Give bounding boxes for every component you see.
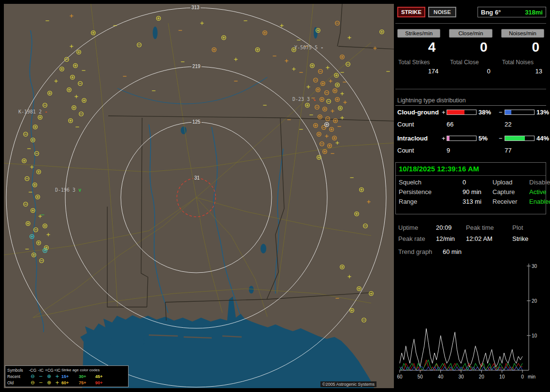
svg-text:30: 30 (532, 264, 537, 269)
svg-text:0: 0 (521, 374, 524, 379)
receiver-label: Receiver (492, 197, 529, 207)
svg-text:10: 10 (499, 374, 505, 379)
persistence-label: Persistence (399, 187, 463, 197)
legend-recent-row: Recent ⊖ − ⊕ + 15+ 30+ 45+ (7, 373, 126, 379)
plot-value: Strike (512, 233, 543, 244)
ic-positive-pct: 5% (478, 135, 488, 142)
storm-track-label: D-23 3 ↘ (292, 97, 316, 102)
minus-sign: − (499, 109, 503, 116)
close-rate-column: Close/min 0 Total Close 0 (449, 29, 492, 75)
capture-status: Active (529, 187, 550, 197)
ic-negative-count: 77 (505, 147, 511, 154)
legend-old-row: Old ⊖ − ⊕ + 60+ 75+ 90+ (7, 379, 126, 386)
storm-track-label: D-196 3 v (55, 187, 81, 193)
squelch-value: 0 (463, 178, 492, 187)
cg-negative-pct: 13% (536, 109, 549, 116)
bearing-label: Bng 6° (481, 9, 501, 16)
strikes-per-min-button[interactable]: Strikes/min (397, 29, 440, 38)
range-ring-label: 219 (191, 64, 202, 69)
capture-label: Capture (492, 187, 529, 197)
datetime-display: 10/18/2025 12:39:16 AM (396, 163, 546, 176)
count-label: Count (397, 147, 414, 154)
cg-negative-bar (505, 110, 535, 115)
plus-sign: + (442, 109, 446, 116)
noises-per-min-button[interactable]: Noises/min (501, 29, 544, 38)
session-stats: Uptime 20:09 Peak time Plot Peak rate 12… (395, 222, 546, 244)
strikes-per-min-value: 4 (397, 38, 440, 59)
svg-text:30: 30 (458, 374, 464, 379)
age-badge: 15+ (61, 374, 79, 379)
svg-text:min: min (528, 374, 536, 379)
svg-text:10: 10 (532, 333, 537, 338)
count-label: Count (397, 121, 414, 128)
cg-positive-bar (447, 110, 477, 115)
legend-age-title: Strike age color codes (61, 368, 112, 372)
ic-positive-count: 9 (447, 147, 450, 154)
cg-positive-count: 66 (447, 121, 453, 128)
cloud-ground-row: Cloud-ground + 38% − 13% (395, 109, 546, 116)
ic-positive-fill (447, 136, 449, 140)
cg-pos-icon: ⊕ (45, 380, 53, 385)
svg-text:20: 20 (532, 298, 537, 304)
storm-track-label: K-1981 2 - (18, 109, 47, 114)
peak-time-label: Peak time (466, 222, 512, 233)
ic-pos-icon: + (53, 374, 61, 379)
total-noises-value: 13 (501, 67, 544, 75)
svg-text:60: 60 (397, 374, 403, 379)
trend-graph: 3020106050403020100min (396, 259, 545, 386)
legend-col-cg-neg: -CG (29, 368, 37, 373)
svg-text:50: 50 (418, 374, 423, 379)
map-canvas (4, 4, 394, 388)
total-strikes-value: 174 (397, 67, 440, 75)
bearing-display: Bng 6° 318mi (478, 7, 546, 17)
cg-neg-icon: ⊖ (29, 374, 37, 379)
close-per-min-button[interactable]: Close/min (449, 29, 492, 38)
map-legend: Symbols -CG -IC +CG +IC Strike age color… (5, 365, 129, 387)
ic-pos-icon: + (53, 380, 61, 385)
intracloud-label: Intracloud (397, 135, 428, 142)
age-badge: 90+ (95, 380, 112, 385)
squelch-label: Squelch (399, 178, 463, 187)
upload-status: Disabled (529, 178, 550, 187)
svg-text:20: 20 (479, 374, 485, 379)
svg-text:40: 40 (438, 374, 444, 379)
cloud-ground-count-row: Count 66 22 (395, 121, 546, 128)
cg-negative-count: 22 (505, 121, 511, 128)
uptime-label: Uptime (398, 222, 436, 233)
plus-sign: + (442, 135, 446, 142)
lightning-map[interactable]: 313 219 125 31 Y-5075 5 - D-23 3 ↘ K-198… (4, 4, 394, 388)
noise-button[interactable]: NOISE (428, 7, 456, 17)
trend-graph-label: Trend graph (398, 248, 432, 255)
range-value: 313 mi (463, 197, 492, 207)
age-badge: 45+ (95, 374, 112, 379)
legend-col-cg-pos: +CG (45, 368, 53, 373)
storm-track-label: Y-5075 5 - (294, 45, 323, 50)
noises-rate-column: Noises/min 0 Total Noises 13 (501, 29, 544, 75)
ic-negative-bar (505, 136, 535, 141)
age-badge: 60+ (61, 380, 79, 385)
rate-counters: Strikes/min 4 Total Strikes 174 Close/mi… (395, 29, 546, 75)
ic-neg-icon: − (37, 380, 45, 385)
trend-window-value: 60 min (443, 248, 462, 255)
plot-label: Plot (512, 222, 543, 233)
minus-sign: − (499, 135, 503, 142)
track-direction-icon: v (78, 187, 81, 193)
track-direction-icon: - (44, 109, 47, 114)
ic-positive-bar (447, 136, 477, 141)
cg-negative-fill (505, 110, 511, 114)
range-ring-label: 31 (193, 175, 201, 181)
trend-graph-header: Trend graph 60 min (398, 248, 462, 255)
cg-positive-fill (447, 110, 464, 114)
legend-col-ic-pos: +IC (53, 368, 61, 373)
strike-button[interactable]: STRIKE (397, 7, 425, 17)
noises-per-min-value: 0 (501, 38, 544, 59)
legend-symbols-title: Symbols (7, 368, 29, 373)
total-noises-label: Total Noises (501, 59, 544, 67)
status-box: 10/18/2025 12:39:16 AM Squelch 0 Upload … (395, 162, 546, 214)
lake-pontchartrain (110, 334, 145, 350)
strikes-rate-column: Strikes/min 4 Total Strikes 174 (397, 29, 440, 75)
legend-col-ic-neg: -IC (37, 368, 45, 373)
ic-negative-pct: 44% (536, 135, 549, 142)
total-strikes-label: Total Strikes (397, 59, 440, 67)
range-ring-label: 125 (191, 119, 202, 125)
